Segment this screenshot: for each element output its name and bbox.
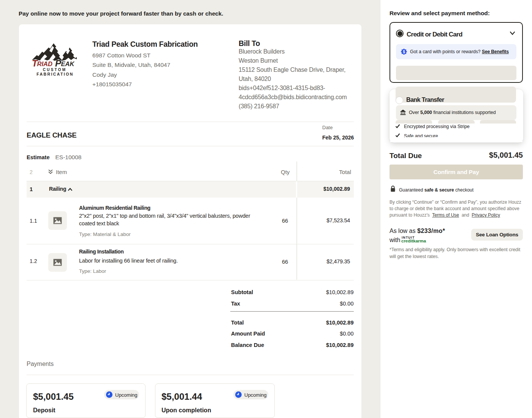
svg-text:EAK: EAK	[61, 60, 75, 67]
svg-text:FABRICATION: FABRICATION	[36, 72, 73, 76]
svg-text:P: P	[55, 58, 62, 68]
svg-text:$: $	[403, 50, 405, 54]
svg-text:RIAD: RIAD	[37, 60, 52, 67]
svg-text:CUSTOM: CUSTOM	[43, 68, 66, 72]
